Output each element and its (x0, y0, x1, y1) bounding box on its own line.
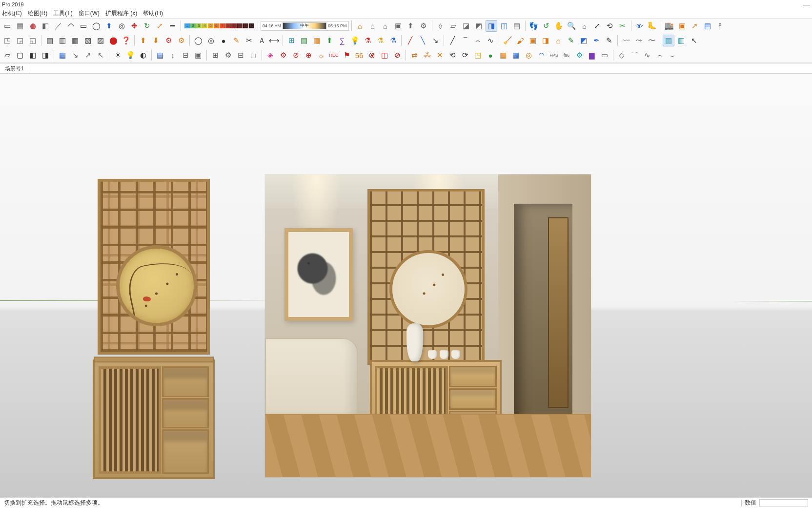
ortho-button[interactable]: ◨ (40, 49, 51, 61)
flask-r-button[interactable]: ⚗ (362, 35, 373, 46)
path-c-button[interactable]: ∿ (641, 49, 653, 61)
snap-on-button[interactable]: ▦ (57, 49, 68, 61)
lbox-button[interactable]: ◫ (379, 49, 390, 61)
path-e-button[interactable]: ⌣ (667, 49, 678, 61)
setsq-button[interactable]: ◩ (578, 35, 589, 46)
scale-cell-6[interactable]: 6 (214, 23, 219, 28)
circ-r-button[interactable]: ◎ (523, 49, 534, 61)
cbox-button[interactable]: ◨ (540, 35, 551, 46)
gear-c-button[interactable]: ⚙ (573, 49, 585, 61)
scale-cell-7[interactable]: 7 (220, 23, 225, 28)
menu-camera[interactable]: 相机(C) (2, 9, 22, 18)
scale-cell-5[interactable]: 5 (208, 23, 213, 28)
circle-button[interactable]: ◯ (90, 20, 102, 32)
minimize-button[interactable]: — (803, 0, 810, 8)
scale-button[interactable]: ⤢ (154, 20, 165, 32)
zoom-e-button[interactable]: ⤢ (591, 20, 603, 32)
num56-button[interactable]: 56 (353, 49, 365, 61)
arrow-up-button[interactable]: ⬆ (137, 35, 149, 46)
zoom-w-button[interactable]: ⌕ (579, 20, 590, 32)
render-image[interactable] (265, 174, 591, 477)
line-button[interactable]: ／ (52, 20, 64, 32)
flask-b-button[interactable]: ⚗ (387, 35, 399, 46)
walk-button[interactable]: 👣 (528, 20, 540, 32)
util-x-button[interactable]: ✕ (434, 49, 446, 61)
sum-button[interactable]: ∑ (336, 35, 348, 46)
edit-button[interactable]: ✎ (565, 35, 577, 46)
style-mono-button[interactable]: ◨ (486, 20, 497, 32)
time-gradient[interactable]: 中午 (283, 22, 326, 29)
house-button[interactable]: ⌂ (367, 20, 379, 32)
tag-red-button[interactable]: ⬤ (107, 35, 119, 46)
snap-c-button[interactable]: ↖ (95, 49, 106, 61)
rec-button[interactable]: REC (328, 49, 340, 61)
util-a-button[interactable]: ⟲ (447, 49, 458, 61)
box-button[interactable]: ▣ (392, 20, 404, 32)
fs6-button[interactable]: fs6 (561, 49, 572, 61)
export-button[interactable]: ⭱ (714, 20, 726, 32)
scale-cell-3[interactable]: 3 (196, 23, 202, 28)
cube1-button[interactable]: ◳ (1, 35, 13, 46)
axis-x-button[interactable]: ╱ (404, 35, 416, 46)
arc-b-button[interactable]: ◠ (535, 49, 547, 61)
cube3-button[interactable]: ◱ (27, 35, 39, 46)
sheet-b-button[interactable]: ▥ (57, 35, 68, 46)
top-button[interactable]: ▢ (14, 49, 26, 61)
model-screen-cabinet[interactable] (93, 179, 215, 482)
arc-button[interactable]: ◠ (65, 20, 77, 32)
ring-button[interactable]: ◎ (205, 35, 217, 46)
axis-y-button[interactable]: ╲ (417, 35, 428, 46)
clean-button[interactable]: 🧹 (502, 35, 513, 46)
share-button[interactable]: ↗ (689, 20, 701, 32)
scale-cell-11[interactable]: 11 (243, 23, 248, 28)
sph-g-button[interactable]: ● (485, 49, 496, 61)
paint-button[interactable]: ◍ (27, 20, 39, 32)
text-button[interactable]: Ａ (256, 35, 267, 46)
house-open-button[interactable]: ⌂ (354, 20, 366, 32)
menu-help[interactable]: 帮助(H) (143, 9, 163, 18)
tail-button[interactable]: 〜 (646, 35, 657, 46)
style-hidden-button[interactable]: ▱ (447, 20, 459, 32)
spot-button[interactable]: ☼ (315, 49, 327, 61)
grid-g-button[interactable]: ▤ (298, 35, 310, 46)
style-wire-button[interactable]: ◊ (435, 20, 447, 32)
up-button[interactable]: ⬆ (324, 35, 335, 46)
flask-y-button[interactable]: ⚗ (374, 35, 386, 46)
rect-w-button[interactable]: ▭ (599, 49, 610, 61)
home-button[interactable]: ⌂ (552, 35, 564, 46)
flag-button[interactable]: ⚑ (341, 49, 352, 61)
tile-d-button[interactable]: ▣ (192, 49, 204, 61)
thick-button[interactable]: ● (218, 35, 229, 46)
tile-c-button[interactable]: ⊟ (180, 49, 191, 61)
edge2-button[interactable]: ⌒ (459, 35, 471, 46)
halt-button[interactable]: ⊘ (391, 49, 403, 61)
layers-button[interactable]: ▧ (82, 35, 94, 46)
curve-button[interactable]: ⤳ (633, 35, 645, 46)
component-button[interactable]: ▦ (14, 20, 26, 32)
brush-button[interactable]: 🖌 (514, 35, 526, 46)
gear-b-button[interactable]: ⚙ (175, 35, 187, 46)
bulb-button[interactable]: 💡 (124, 49, 136, 61)
edge3-button[interactable]: ⌢ (472, 35, 484, 46)
settings-button[interactable]: ⚙ (418, 20, 429, 32)
spec-button[interactable]: ▆ (586, 49, 598, 61)
sheet-a-button[interactable]: ▤ (44, 35, 56, 46)
box-up-button[interactable]: ⬆ (405, 20, 417, 32)
target-button[interactable]: ⊕ (303, 49, 314, 61)
menu-ext[interactable]: 扩展程序 (x) (105, 9, 137, 18)
light-button[interactable]: 💡 (349, 35, 361, 46)
section-button[interactable]: ✂ (617, 20, 629, 32)
offset-button[interactable]: ◎ (116, 20, 127, 32)
style-back-button[interactable]: ▤ (511, 20, 523, 32)
model-3d-button[interactable]: ▣ (676, 20, 688, 32)
ruby-button[interactable]: ◈ (264, 49, 276, 61)
dim-button[interactable]: ⟷ (268, 35, 280, 46)
path-a-button[interactable]: ◇ (616, 49, 628, 61)
mirror-button[interactable]: ⇄ (408, 49, 420, 61)
panel-b-button[interactable]: ▥ (675, 35, 687, 46)
pbig-button[interactable]: □ (247, 49, 259, 61)
swoosh-button[interactable]: 〰 (620, 35, 632, 46)
paint2-button[interactable]: ✎ (230, 35, 242, 46)
menu-draw[interactable]: 绘图(R) (28, 9, 48, 18)
look-button[interactable]: 👁 (634, 20, 646, 32)
